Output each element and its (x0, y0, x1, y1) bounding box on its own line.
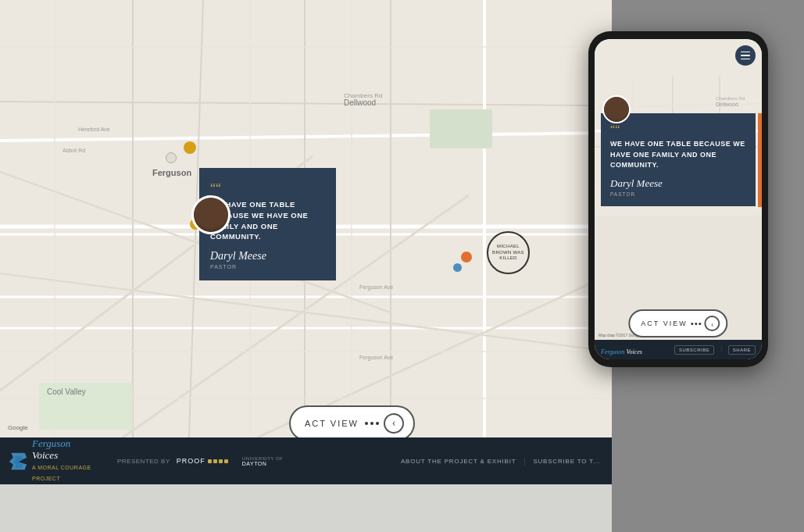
pdot-3 (219, 459, 223, 463)
svg-text:Dellwood: Dellwood (716, 102, 738, 107)
act-view-arrow-map[interactable]: ‹ (384, 413, 404, 434)
dayton-name: DAYTON (242, 461, 283, 466)
phone-share-btn[interactable]: SHARE (728, 345, 756, 355)
logo-area: Ferguson Voices A Moral Courage Project (0, 438, 109, 483)
act-view-arrow-phone[interactable]: ‹ (705, 316, 720, 331)
phone-menu-button[interactable] (735, 45, 756, 66)
phone-screen: son Dellwood Chambers Rd ““ WE HAVE ONE … (595, 39, 762, 359)
michael-brown-marker: MICHAEL BROWN WAS KILLED (487, 231, 530, 274)
svg-text:Ferguson Ave: Ferguson Ave (359, 355, 393, 361)
dot-2 (370, 422, 373, 425)
pdot-2 (213, 459, 217, 463)
svg-text:Dellwood: Dellwood (344, 98, 376, 107)
map-marker-orange (461, 252, 472, 262)
quote-author-phone: Daryl Meese (610, 177, 746, 190)
svg-text:Ferguson Ave: Ferguson Ave (359, 284, 393, 291)
quote-icon-phone: ““ (610, 124, 746, 135)
person-avatar-phone (602, 95, 631, 123)
dot-3 (376, 422, 379, 425)
quote-title-map: PASTOR (210, 264, 325, 270)
act-view-dots-map (365, 422, 379, 425)
phone-dot-3 (699, 323, 702, 325)
svg-text:Cool Valley: Cool Valley (47, 387, 86, 396)
phone-mockup-area: son Dellwood Chambers Rd ““ WE HAVE ONE … (612, 0, 804, 532)
proof-label: PROOF (177, 457, 205, 465)
menu-line-3 (741, 59, 750, 60)
dot-1 (365, 422, 368, 425)
pdot-4 (224, 459, 228, 463)
avatar-face-phone (604, 97, 629, 122)
act-view-label-map: ACT VIEW (305, 419, 359, 428)
phone-subscribe-btn[interactable]: SUBSCRIBE (674, 345, 714, 355)
bottom-navigation: Ferguson Voices A Moral Courage Project … (0, 437, 612, 484)
act-view-dots-phone (691, 323, 702, 325)
phone-nav-buttons: SUBSCRIBE | SHARE (674, 345, 756, 355)
proof-dots (208, 459, 228, 463)
quote-author-map: Daryl Meese (210, 250, 325, 262)
logo-ferguson: Ferguson (32, 437, 70, 449)
act-view-button-map[interactable]: ACT VIEW ‹ (289, 405, 415, 441)
menu-line-1 (741, 52, 750, 53)
logo-tagline: A Moral Courage Project (32, 465, 91, 481)
menu-line-2 (741, 55, 750, 56)
svg-text:Chambers Rd: Chambers Rd (344, 92, 382, 99)
google-watermark-map: Google (8, 424, 28, 431)
quote-icon-map: ““ (210, 182, 325, 195)
phone-nav-sep: | (720, 345, 722, 355)
pdot-1 (208, 459, 212, 463)
nav-divider-1: | (523, 457, 525, 466)
svg-text:Ferguson: Ferguson (152, 168, 191, 177)
subscribe-link[interactable]: SUBSCRIBE TO T... (533, 458, 600, 465)
phone-logo: Ferguson Voices (601, 343, 642, 357)
michael-brown-label: MICHAEL BROWN WAS KILLED (488, 244, 528, 262)
svg-text:Hereford Ave: Hereford Ave (78, 127, 110, 132)
phone-dot-1 (691, 323, 694, 325)
phone-card-accent (758, 113, 762, 207)
logo-text: Ferguson Voices A Moral Courage Project (32, 438, 109, 483)
svg-rect-23 (430, 109, 492, 148)
phone-bottom-nav: Ferguson Voices SUBSCRIBE | SHARE (595, 340, 762, 359)
dayton-logo: UNIVERSITY OF DAYTON (242, 456, 283, 466)
map-marker-1 (166, 152, 177, 163)
phone-logo-ferguson: Ferguson (601, 348, 624, 355)
svg-text:Abbot Rd: Abbot Rd (63, 148, 85, 153)
act-view-button-phone[interactable]: ACT VIEW ‹ (628, 309, 727, 337)
map-container: Ferguson Dellwood Chambers Rd Cool Valle… (0, 0, 612, 484)
phone-device: son Dellwood Chambers Rd ““ WE HAVE ONE … (588, 31, 768, 367)
proof-logo: PROOF (177, 457, 228, 465)
svg-text:Chambers Rd: Chambers Rd (716, 96, 745, 101)
phone-logo-text: Ferguson Voices (601, 348, 642, 355)
ferguson-map-logo-icon (8, 448, 28, 475)
avatar-face-map (194, 198, 228, 232)
presented-by-label: PRESENTED BY (109, 458, 170, 465)
map-marker-blue (453, 263, 462, 272)
quote-text-phone: WE HAVE ONE TABLE BECAUSE WE HAVE ONE FA… (610, 139, 746, 171)
quote-card-phone: ““ WE HAVE ONE TABLE BECAUSE WE HAVE ONE… (601, 113, 756, 206)
map-marker-2 (184, 141, 196, 154)
act-view-label-phone: ACT VIEW (641, 320, 687, 327)
logo-voices: Voices (32, 449, 58, 461)
quote-title-phone: PASTOR (610, 191, 746, 197)
about-link[interactable]: ABOUT THE PROJECT & EXHIBIT (401, 458, 516, 465)
phone-dot-2 (695, 323, 698, 325)
nav-links: ABOUT THE PROJECT & EXHIBIT | SUBSCRIBE … (401, 457, 612, 466)
person-avatar-map (191, 195, 230, 234)
